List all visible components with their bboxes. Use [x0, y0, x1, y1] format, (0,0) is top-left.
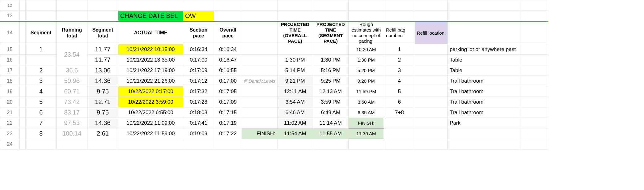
- cell-running-total[interactable]: 23.54: [57, 44, 87, 65]
- cell-section-pace[interactable]: 0:17:32: [183, 86, 214, 97]
- cell-rough-estimate[interactable]: 3:50 AM: [348, 97, 384, 107]
- cell-segment[interactable]: 5: [26, 97, 57, 107]
- cell-overall-pace[interactable]: 0:17:00: [214, 76, 242, 86]
- row-header[interactable]: 13: [0, 11, 19, 21]
- cell-refill-bag[interactable]: 7+8: [384, 107, 415, 118]
- cell-section-pace[interactable]: 0:17:00: [183, 55, 214, 65]
- cell-segment[interactable]: 1: [26, 44, 57, 55]
- col-header-running-total[interactable]: Running total: [57, 21, 87, 44]
- cell-proj-overall[interactable]: [277, 44, 313, 55]
- cell-note[interactable]: @DanaMLewis: [242, 76, 278, 86]
- row-header[interactable]: 17: [0, 65, 19, 76]
- cell-refill-bag[interactable]: 5: [384, 86, 415, 97]
- cell-section-pace[interactable]: 0:16:34: [183, 44, 214, 55]
- cell-proj-segment[interactable]: [313, 44, 348, 55]
- cell-proj-segment[interactable]: 11:55 AM: [313, 128, 348, 139]
- col-header-segment[interactable]: Segment: [26, 21, 57, 44]
- row-header[interactable]: 23: [0, 128, 19, 139]
- cell-refill-location[interactable]: Table: [448, 65, 520, 76]
- cell-running-total[interactable]: 60.71: [57, 86, 87, 97]
- cell-segment[interactable]: 6: [26, 107, 57, 118]
- cell-running-total[interactable]: 97.53: [57, 118, 87, 128]
- cell-actual-time[interactable]: 10/22/2022 11:09:00: [118, 118, 183, 128]
- cell-overall-pace[interactable]: 0:17:22: [214, 128, 242, 139]
- cell-actual-time[interactable]: 10/22/2022 3:59:00: [118, 97, 183, 107]
- row-header[interactable]: 16: [0, 55, 19, 65]
- cell-overall-pace[interactable]: 0:17:09: [214, 97, 242, 107]
- banner-cell-left[interactable]: CHANGE DATE BEL: [118, 11, 183, 21]
- row-header[interactable]: 20: [0, 97, 19, 107]
- cell-rough-estimate[interactable]: 10:20 AM: [348, 44, 384, 55]
- cell-note[interactable]: [242, 97, 278, 107]
- cell-segment-total[interactable]: 11.77: [87, 55, 118, 65]
- cell-segment-total[interactable]: 14.36: [87, 118, 118, 128]
- cell-running-total[interactable]: 73.42: [57, 97, 87, 107]
- cell-running-total[interactable]: 50.96: [57, 76, 87, 86]
- cell-segment-total[interactable]: 9.75: [87, 86, 118, 97]
- cell-segment[interactable]: 2: [26, 65, 57, 76]
- cell-actual-time[interactable]: 10/21/2022 17:19:00: [118, 65, 183, 76]
- cell-refill-bag[interactable]: 3: [384, 65, 415, 76]
- cell-segment-total[interactable]: 14.36: [87, 76, 118, 86]
- cell-proj-overall[interactable]: 9:21 PM: [277, 76, 313, 86]
- col-header-actual-time[interactable]: ACTUAL TIME: [118, 21, 183, 44]
- cell-proj-segment[interactable]: 11:14 AM: [313, 118, 348, 128]
- cell-segment-total[interactable]: 13.06: [87, 65, 118, 76]
- cell-section-pace[interactable]: 0:18:03: [183, 107, 214, 118]
- cell-overall-pace[interactable]: 0:17:05: [214, 86, 242, 97]
- col-header-refill-bag[interactable]: Refill bag number:: [384, 21, 415, 44]
- cell-running-total[interactable]: 36.6: [57, 65, 87, 76]
- cell-section-pace[interactable]: 0:17:09: [183, 65, 214, 76]
- cell-refill-location[interactable]: Trail bathroom: [448, 76, 520, 86]
- banner-cell-right[interactable]: OW: [183, 11, 214, 21]
- cell-rough-estimate[interactable]: 9:20 PM: [348, 76, 384, 86]
- cell-actual-time[interactable]: 10/21/2022 21:26:00: [118, 76, 183, 86]
- col-header-rough[interactable]: Rough estimates with no concept of pacin…: [348, 21, 384, 44]
- cell-refill-location[interactable]: Trail bathroom: [448, 86, 520, 97]
- cell-overall-pace[interactable]: 0:16:47: [214, 55, 242, 65]
- cell-proj-overall[interactable]: 11:02 AM: [277, 118, 313, 128]
- cell-proj-overall[interactable]: 6:46 AM: [277, 107, 313, 118]
- cell-proj-overall[interactable]: 11:54 AM: [277, 128, 313, 139]
- cell-proj-overall[interactable]: 1:30 PM: [277, 55, 313, 65]
- cell-proj-segment[interactable]: 12:13 AM: [313, 86, 348, 97]
- cell-actual-time[interactable]: 10/21/2022 13:35:00: [118, 55, 183, 65]
- cell-note[interactable]: FINISH:: [242, 128, 278, 139]
- col-header-segment-total[interactable]: Segment total: [87, 21, 118, 44]
- cell-section-pace[interactable]: 0:17:28: [183, 97, 214, 107]
- cell-section-pace[interactable]: 0:17:41: [183, 118, 214, 128]
- spreadsheet-table[interactable]: 12 13 CHANGE DATE BEL OW 14 Segment Runn…: [0, 0, 548, 149]
- cell-refill-location[interactable]: Table: [448, 55, 520, 65]
- cell-refill-location[interactable]: Trail bathroom: [448, 97, 520, 107]
- cell-segment[interactable]: 3: [26, 76, 57, 86]
- cell-refill-bag[interactable]: [384, 128, 415, 139]
- cell-actual-time[interactable]: 10/22/2022 6:55:00: [118, 107, 183, 118]
- cell-note[interactable]: [242, 55, 278, 65]
- cell-section-pace[interactable]: 0:17:12: [183, 76, 214, 86]
- cell-note[interactable]: [242, 107, 278, 118]
- row-header[interactable]: 18: [0, 76, 19, 86]
- cell-proj-segment[interactable]: 9:25 PM: [313, 76, 348, 86]
- cell-running-total[interactable]: 83.17: [57, 107, 87, 118]
- cell-rough-estimate[interactable]: 1:30 PM: [348, 55, 384, 65]
- cell-refill-location[interactable]: parking lot or anywhere past: [448, 44, 520, 55]
- row-header[interactable]: 12: [0, 0, 19, 11]
- cell-refill-bag[interactable]: 4: [384, 76, 415, 86]
- cell-section-pace[interactable]: 0:19:09: [183, 128, 214, 139]
- cell-rough-estimate[interactable]: FINISH:: [348, 118, 384, 128]
- cell-overall-pace[interactable]: 0:17:19: [214, 118, 242, 128]
- cell-segment-total[interactable]: 12.71: [87, 97, 118, 107]
- cell-segment[interactable]: 4: [26, 86, 57, 97]
- cell-refill-bag[interactable]: 2: [384, 55, 415, 65]
- col-header-refill-loc[interactable]: Refill location:: [415, 21, 447, 44]
- cell-running-total[interactable]: 100.14: [57, 128, 87, 139]
- cell-proj-segment[interactable]: 5:16 PM: [313, 65, 348, 76]
- row-header[interactable]: 15: [0, 44, 19, 55]
- row-header[interactable]: 14: [0, 21, 19, 44]
- row-header[interactable]: 24: [0, 139, 19, 149]
- cell-refill-location[interactable]: Trail bathroom: [448, 107, 520, 118]
- cell-refill-bag[interactable]: 6: [384, 97, 415, 107]
- cell-actual-time[interactable]: 10/22/2022 0:17:00: [118, 86, 183, 97]
- cell-segment-total[interactable]: 2.61: [87, 128, 118, 139]
- cell-overall-pace[interactable]: 0:16:34: [214, 44, 242, 55]
